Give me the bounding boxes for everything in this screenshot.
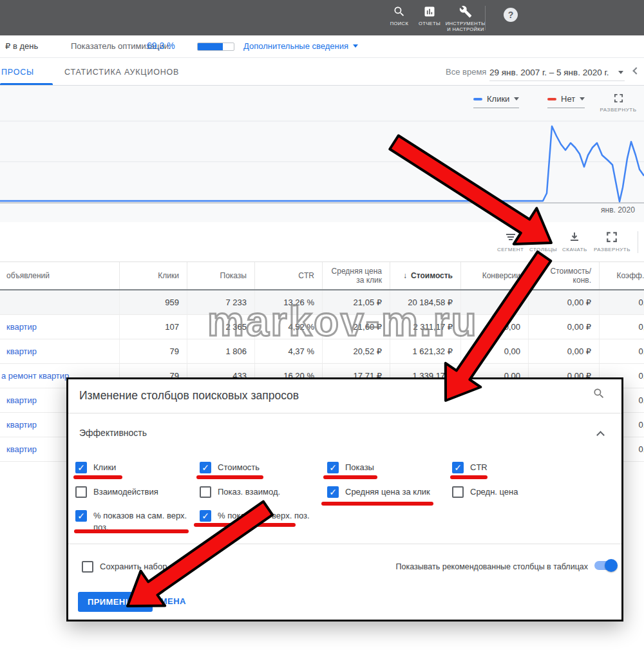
search-nav-label: ПОИСК [390, 21, 408, 26]
tab-auction-insights[interactable]: СТАТИСТИКА АУКЦИОНОВ [64, 68, 179, 77]
cancel-button[interactable]: ОТМЕНА [148, 596, 186, 606]
checkbox-checked-icon [75, 510, 87, 522]
toggle-knob [605, 559, 618, 572]
wrench-icon [459, 5, 472, 18]
checkbox-unchecked-icon [75, 486, 87, 498]
checkbox-item-impressions[interactable]: Показы [327, 462, 374, 473]
table-expand-label: РАЗВЕРНУТЬ [594, 247, 630, 252]
active-tab-underline [0, 83, 53, 85]
segment-icon [505, 231, 516, 243]
annotation-underline [194, 523, 296, 527]
performance-chart: Клики Нет РАЗВЕРНУТЬ янв. 2020 [0, 86, 644, 222]
chevron-down-icon [514, 97, 519, 103]
reports-nav-label: ОТЧЕТЫ [419, 21, 440, 26]
segment-button[interactable]: СЕГМЕНТ [497, 231, 524, 252]
table-expand-button[interactable]: РАЗВЕРНУТЬ [594, 231, 630, 252]
column-header-ctr[interactable]: CTR [254, 262, 322, 289]
checkbox-item-avg-cost[interactable]: Средн. цена [452, 486, 518, 498]
checkbox-item-interaction-rate[interactable]: Показ. взаимод. [200, 486, 280, 498]
date-range-picker[interactable]: 29 янв. 2007 г. – 5 янв. 2020 г. [489, 64, 625, 81]
column-header-clicks[interactable]: Клики [119, 262, 187, 289]
table-row: квартир1072 3654,52 %21,60 ₽2 311,17 ₽0,… [0, 315, 644, 339]
checkbox-checked-icon [452, 462, 464, 473]
recommended-columns-toggle[interactable] [594, 561, 616, 570]
search-term-link[interactable]: квартир [0, 315, 119, 339]
optimization-progress-fill [198, 43, 223, 50]
checkbox-checked-icon [200, 462, 211, 473]
segment-label: СЕГМЕНТ [497, 247, 524, 252]
legend-label-none: Нет [561, 94, 575, 104]
checkbox-item-cost[interactable]: Стоимость [200, 462, 260, 473]
legend-dash-red [547, 98, 556, 100]
checkbox-checked-icon [327, 486, 339, 498]
google-ads-page: ПОИСК ОТЧЕТЫ ИНСТРУМЕНТЫ И НАСТРОЙКИ ? ₽… [0, 0, 644, 655]
search-term-link[interactable]: квартир [0, 339, 119, 363]
checkbox-checked-icon [75, 462, 87, 473]
search-icon[interactable] [592, 387, 605, 400]
metric-selector-clicks[interactable]: Клики [473, 94, 519, 108]
top-app-bar: ПОИСК ОТЧЕТЫ ИНСТРУМЕНТЫ И НАСТРОЙКИ ? [0, 0, 644, 35]
annotation-underline [73, 475, 122, 479]
column-header-impressions[interactable]: Показы [187, 262, 254, 289]
optimization-progress-bar [197, 43, 234, 51]
details-link[interactable]: Дополнительные сведения [243, 41, 358, 51]
column-header-ad-group[interactable]: объявлений [0, 262, 119, 289]
chevron-left-icon[interactable] [632, 67, 639, 74]
toolbar-divider [638, 231, 638, 253]
topbar-divider [485, 6, 486, 30]
download-icon [569, 231, 580, 243]
modify-columns-dialog: Изменение столбцов поисковых запросов Эф… [66, 377, 623, 622]
download-button[interactable]: СКАЧАТЬ [562, 231, 587, 252]
help-icon: ? [508, 10, 514, 20]
chart-expand-label: РАЗВЕРНУТЬ [600, 107, 637, 113]
checkbox-item-clicks[interactable]: Клики [75, 462, 116, 473]
x-axis-tick: янв. 2020 [601, 205, 635, 214]
chevron-up-icon[interactable] [596, 431, 605, 439]
checkbox-item-ctr[interactable]: CTR [452, 462, 488, 473]
checkbox-unchecked-icon [82, 561, 93, 573]
section-title-performance: Эффективность [79, 428, 147, 438]
checkbox-item-avg-cpc[interactable]: Средняя цена за клик [327, 486, 430, 498]
download-label: СКАЧАТЬ [562, 247, 587, 252]
tools-nav-label: ИНСТРУМЕНТЫ И НАСТРОЙКИ [445, 21, 486, 32]
table-row: квартир791 8064,37 %20,52 ₽1 621,32 ₽0,0… [0, 339, 644, 364]
columns-label: СТОЛБЦЫ [529, 247, 557, 252]
checkbox-checked-icon [327, 462, 339, 473]
table-row-total: 9597 23313,26 %21,05 ₽20 184,58 ₽0,000,0… [0, 290, 644, 315]
date-range-value: 29 янв. 2007 г. – 5 янв. 2020 г. [489, 68, 609, 77]
annotation-underline [321, 502, 433, 506]
dialog-title: Изменение столбцов поисковых запросов [79, 389, 299, 403]
report-tabs-bar: ПРОСЫ СТАТИСТИКА АУКЦИОНОВ Все время 29 … [0, 58, 644, 86]
expand-icon [606, 231, 618, 243]
table-header-row: объявлений Клики Показы CTR Средняя цена… [0, 261, 644, 290]
tools-nav-button[interactable]: ИНСТРУМЕНТЫ И НАСТРОЙКИ [443, 5, 488, 32]
optimization-score-value: 69,3 % [147, 41, 175, 51]
columns-button[interactable]: СТОЛБЦЫ [529, 231, 557, 252]
annotation-underline [450, 475, 488, 479]
dialog-divider [68, 413, 621, 413]
tab-search-terms[interactable]: ПРОСЫ [1, 68, 34, 77]
checkbox-item-top-impr-share[interactable]: % показов на верх. поз. [200, 510, 310, 522]
chevron-down-icon [618, 71, 623, 77]
metric-selector-none[interactable]: Нет [547, 94, 585, 108]
columns-icon [538, 231, 549, 243]
table-toolbar: СЕГМЕНТ СТОЛБЦЫ СКАЧАТЬ РАЗВЕРНУТЬ [0, 222, 644, 261]
recommended-columns-label: Показывать рекомендованные столбцы в таб… [396, 562, 588, 571]
checkbox-unchecked-icon [452, 486, 464, 498]
clicks-series-line [0, 126, 644, 202]
annotation-underline [196, 475, 263, 479]
column-header-avg-cpc[interactable]: Средняя цена за клик [322, 262, 390, 289]
save-column-set-checkbox[interactable]: Сохранить набор ст [82, 561, 178, 573]
chevron-down-icon [580, 97, 585, 103]
budget-suffix: ₽ в день [5, 41, 38, 51]
help-button[interactable]: ? [504, 8, 518, 22]
annotation-underline [74, 529, 189, 533]
column-header-conv-rate[interactable]: Коэфф. конв. [599, 262, 644, 289]
column-header-cost[interactable]: ↓Стоимость [390, 262, 460, 289]
apply-button[interactable]: ПРИМЕНИТЬ [78, 592, 153, 612]
checkbox-item-interactions[interactable]: Взаимодействия [75, 486, 158, 498]
column-header-conversions[interactable]: Конверсии [460, 262, 528, 289]
checkbox-checked-icon [200, 510, 211, 522]
chart-expand-button[interactable]: РАЗВЕРНУТЬ [598, 93, 639, 113]
column-header-cost-per-conv[interactable]: Стоимость/конв. [528, 262, 599, 289]
